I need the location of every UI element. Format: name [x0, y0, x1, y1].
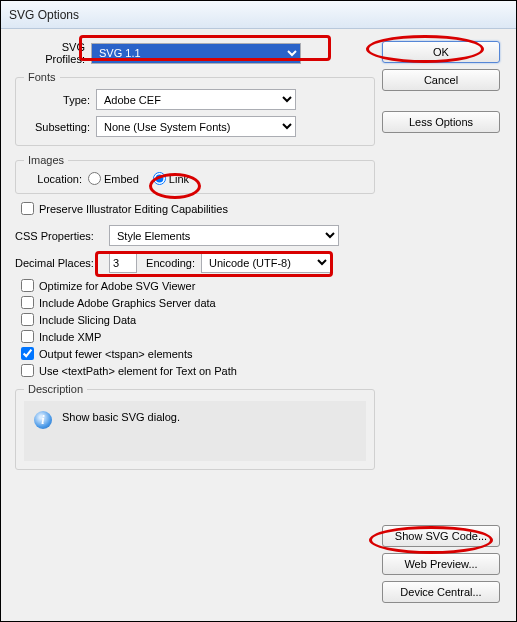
font-type-label: Type: [24, 94, 96, 106]
device-central-button[interactable]: Device Central... [382, 581, 500, 603]
css-properties-select[interactable]: Style Elements [109, 225, 339, 246]
web-preview-button[interactable]: Web Preview... [382, 553, 500, 575]
encoding-select[interactable]: Unicode (UTF-8) [201, 252, 331, 273]
images-location-label: Location: [24, 173, 88, 185]
cancel-button[interactable]: Cancel [382, 69, 500, 91]
fewer-tspan-label: Output fewer <tspan> elements [39, 348, 192, 360]
include-slicing-label: Include Slicing Data [39, 314, 136, 326]
preserve-illustrator-checkbox[interactable] [21, 202, 34, 215]
textpath-label: Use <textPath> element for Text on Path [39, 365, 237, 377]
decimal-places-input[interactable] [109, 252, 137, 273]
font-subsetting-label: Subsetting: [24, 121, 96, 133]
fonts-legend: Fonts [24, 71, 60, 83]
preserve-illustrator-label: Preserve Illustrator Editing Capabilitie… [39, 203, 228, 215]
optimize-viewer-checkbox[interactable] [21, 279, 34, 292]
svg-profiles-label: SVG Profiles: [19, 41, 91, 65]
include-xmp-checkbox[interactable] [21, 330, 34, 343]
font-type-select[interactable]: Adobe CEF [96, 89, 296, 110]
window-title: SVG Options [9, 8, 79, 22]
images-group: Images Location: Embed Link [15, 154, 375, 194]
titlebar: SVG Options [1, 1, 516, 29]
images-embed-radio[interactable] [88, 172, 101, 185]
textpath-checkbox[interactable] [21, 364, 34, 377]
description-text: Show basic SVG dialog. [62, 411, 180, 423]
fewer-tspan-checkbox[interactable] [21, 347, 34, 360]
include-xmp-label: Include XMP [39, 331, 101, 343]
ok-button[interactable]: OK [382, 41, 500, 63]
description-legend: Description [24, 383, 87, 395]
less-options-button[interactable]: Less Options [382, 111, 500, 133]
show-svg-code-button[interactable]: Show SVG Code... [382, 525, 500, 547]
decimal-places-label: Decimal Places: [15, 257, 109, 269]
svg-profiles-select[interactable]: SVG 1.1 [91, 43, 301, 64]
images-link-radio[interactable] [153, 172, 166, 185]
optimize-viewer-label: Optimize for Adobe SVG Viewer [39, 280, 195, 292]
images-legend: Images [24, 154, 68, 166]
images-link-label: Link [169, 173, 189, 185]
fonts-group: Fonts Type: Adobe CEF Subsetting: None (… [15, 71, 375, 146]
description-group: Description i Show basic SVG dialog. [15, 383, 375, 470]
info-icon: i [34, 411, 52, 429]
encoding-label: Encoding: [137, 257, 201, 269]
font-subsetting-select[interactable]: None (Use System Fonts) [96, 116, 296, 137]
include-graphics-server-checkbox[interactable] [21, 296, 34, 309]
include-slicing-checkbox[interactable] [21, 313, 34, 326]
images-embed-label: Embed [104, 173, 139, 185]
css-properties-label: CSS Properties: [15, 230, 109, 242]
include-graphics-server-label: Include Adobe Graphics Server data [39, 297, 216, 309]
